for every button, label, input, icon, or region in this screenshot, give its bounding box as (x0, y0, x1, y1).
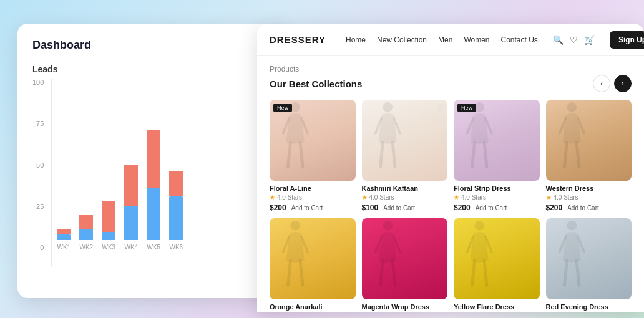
y-axis: 100 75 50 25 0 (32, 79, 44, 266)
y-label-0: 0 (32, 244, 44, 251)
product-card[interactable]: Orange Anarkali (270, 218, 356, 312)
bar-stack (79, 215, 93, 240)
bar-blue (169, 196, 183, 240)
bar-stack (57, 229, 71, 240)
product-price-row: $200Add to Cart (270, 203, 356, 212)
nav-link-home[interactable]: Home (346, 36, 366, 44)
bar-group: WK1 (57, 229, 71, 251)
cart-icon[interactable]: 🛒 (584, 35, 595, 45)
bar-blue (102, 232, 115, 240)
product-badge: New (273, 104, 292, 112)
svg-point-25 (383, 221, 393, 231)
svg-line-4 (300, 142, 303, 166)
product-rating: ★4.0 Stars (546, 194, 632, 201)
product-price: $200 (454, 203, 471, 212)
bar-label: WK6 (170, 244, 183, 251)
bar-label: WK3 (102, 244, 116, 251)
bar-salmon (169, 171, 183, 196)
product-image-wrap (546, 218, 632, 299)
bar-salmon (57, 229, 71, 234)
dressery-panel: DRESSERY Home New Collection Men Women C… (257, 24, 644, 312)
product-price: $100 (362, 203, 379, 212)
product-price: $200 (270, 203, 286, 212)
product-card[interactable]: Western Dress★4.0 Stars$200Add to Cart (546, 100, 632, 212)
nav-link-women[interactable]: Women (464, 36, 489, 44)
product-name: Western Dress (546, 185, 632, 192)
product-card[interactable]: ♡Kashmiri Kaftaan★4.0 Stars$100Add to Ca… (362, 100, 448, 212)
product-image-wrap (270, 218, 356, 299)
prev-arrow-button[interactable]: ‹ (593, 75, 610, 92)
star-icon: ★ (546, 194, 552, 201)
search-icon[interactable]: 🔍 (553, 35, 564, 45)
product-card[interactable]: Yellow Flare Dress (454, 218, 540, 312)
svg-point-20 (290, 221, 300, 231)
svg-line-24 (300, 261, 303, 285)
svg-line-39 (577, 261, 579, 285)
product-image-wrap: New♡ (270, 100, 356, 181)
product-card[interactable]: New♡Floral A-Line★4.0 Stars$200Add to Ca… (270, 100, 356, 212)
products-section: Products Our Best Collections ‹ › New♡Fl… (257, 56, 644, 312)
nav-brand: DRESSERY (270, 34, 326, 45)
svg-line-14 (484, 142, 487, 166)
wishlist-icon[interactable]: ♡ (344, 104, 352, 113)
product-name: Yellow Flare Dress (454, 303, 540, 311)
svg-line-23 (288, 261, 291, 285)
bar-stack (102, 201, 115, 240)
product-rating: ★4.0 Stars (362, 194, 448, 201)
product-grid: New♡Floral A-Line★4.0 Stars$200Add to Ca… (270, 100, 632, 312)
products-heading: Our Best Collections (270, 79, 362, 89)
bar-group: WK6 (169, 171, 183, 251)
y-label-100: 100 (32, 79, 44, 86)
bar-blue (124, 206, 138, 240)
wishlist-icon[interactable]: ♡ (436, 104, 444, 113)
product-price-row: $200Add to Cart (546, 203, 632, 212)
chart-area: 100 75 50 25 0 WK1WK2WK3WK4WK5WK6 (32, 79, 271, 266)
product-rating: ★4.0 Stars (270, 194, 356, 201)
dashboard-panel: Dashboard Leads 100 75 50 25 0 WK1WK2WK3… (17, 24, 286, 298)
svg-line-34 (484, 261, 487, 285)
bar-salmon (79, 215, 93, 229)
bar-salmon (147, 130, 160, 188)
svg-line-13 (472, 142, 475, 166)
bar-label: WK1 (57, 244, 71, 251)
nav-link-men[interactable]: Men (438, 36, 452, 44)
add-to-cart-button[interactable]: Add to Cart (476, 205, 507, 211)
dashboard-title: Dashboard (32, 39, 271, 52)
product-card[interactable]: NewFloral Strip Dress★4.0 Stars$200Add t… (454, 100, 540, 212)
nav-link-new-collection[interactable]: New Collection (377, 36, 427, 44)
product-card[interactable]: Red Evening Dress (546, 218, 632, 312)
navbar: DRESSERY Home New Collection Men Women C… (257, 24, 644, 56)
bar-stack (147, 130, 160, 240)
svg-line-33 (472, 261, 475, 285)
svg-line-28 (380, 261, 383, 285)
add-to-cart-button[interactable]: Add to Cart (383, 205, 415, 211)
product-name: Kashmiri Kaftaan (362, 185, 448, 192)
bar-blue (57, 234, 71, 240)
wishlist-icon[interactable]: ♡ (570, 35, 578, 45)
product-image-wrap (454, 218, 540, 299)
bar-group: WK5 (147, 130, 160, 251)
leads-chart: Leads 100 75 50 25 0 WK1WK2WK3WK4WK5WK6 (32, 64, 271, 276)
y-label-75: 75 (32, 120, 44, 127)
bar-stack (124, 165, 138, 240)
svg-point-5 (383, 102, 393, 112)
bar-label: WK2 (80, 244, 94, 251)
add-to-cart-button[interactable]: Add to Cart (291, 205, 323, 211)
bar-group: WK3 (102, 201, 115, 251)
svg-line-19 (577, 142, 579, 166)
product-card[interactable]: Magenta Wrap Dress (362, 218, 448, 312)
add-to-cart-button[interactable]: Add to Cart (567, 205, 599, 211)
product-name: Floral A-Line (270, 185, 356, 192)
nav-links: Home New Collection Men Women Contact Us (346, 36, 538, 44)
svg-point-30 (474, 221, 484, 231)
bar-blue (147, 188, 160, 240)
next-arrow-button[interactable]: › (614, 75, 632, 92)
bar-group: WK4 (124, 165, 138, 251)
star-icon: ★ (270, 194, 275, 201)
bar-salmon (102, 201, 115, 231)
product-price-row: $200Add to Cart (454, 203, 540, 212)
svg-point-35 (567, 221, 577, 231)
svg-line-29 (393, 261, 395, 285)
signup-button[interactable]: Sign Up (610, 31, 644, 49)
nav-link-contact[interactable]: Contact Us (501, 36, 538, 44)
